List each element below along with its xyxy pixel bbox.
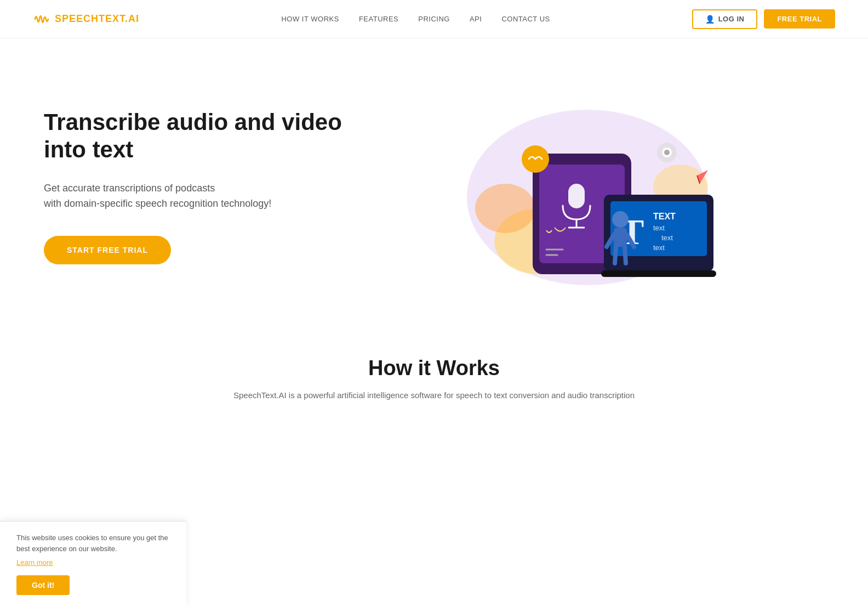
hero-title: Transcribe audio and video into text [44,109,351,164]
login-button[interactable]: 👤 LOG IN [692,9,757,29]
svg-point-23 [664,150,670,155]
svg-point-4 [475,184,535,233]
how-it-works-title: How it Works [44,356,824,380]
hero-subtitle: Get accurate transcriptions of podcasts … [44,180,351,212]
navbar: SPEECHTEXT.AI HOW IT WORKS FEATURES PRIC… [0,0,868,38]
logo-waves-icon [33,12,50,27]
logo[interactable]: SPEECHTEXT.AI [33,12,139,27]
nav-contact-us[interactable]: CONTACT US [501,15,550,23]
hero-left: Transcribe audio and video into text Get… [44,109,351,264]
svg-rect-19 [601,270,716,277]
svg-line-28 [615,247,616,263]
svg-point-24 [612,211,629,228]
hero-illustration-icon: T TEXT text text text [450,88,724,285]
nav-how-it-works[interactable]: HOW IT WORKS [281,15,339,23]
nav-api[interactable]: API [470,15,482,23]
svg-text:text: text [653,224,665,232]
hero-section: Transcribe audio and video into text Get… [0,38,868,324]
how-it-works-section: How it Works SpeechText.AI is a powerful… [0,324,868,413]
free-trial-button[interactable]: FREE TRIAL [764,9,835,29]
logo-text: SPEECHTEXT.AI [55,13,139,25]
svg-text:text: text [661,234,673,242]
hero-illustration-area: T TEXT text text text [351,82,824,291]
nav-links: HOW IT WORKS FEATURES PRICING API CONTAC… [281,15,550,23]
nav-features[interactable]: FEATURES [359,15,398,23]
user-icon: 👤 [705,15,715,24]
svg-rect-7 [568,184,585,208]
svg-text:TEXT: TEXT [653,212,676,221]
start-free-trial-button[interactable]: START FREE TRIAL [44,236,171,264]
svg-text:text: text [653,243,665,252]
nav-pricing[interactable]: PRICING [418,15,450,23]
svg-line-29 [625,247,626,263]
svg-rect-25 [614,228,627,247]
how-it-works-subtitle: SpeechText.AI is a powerful artificial i… [215,389,653,402]
nav-buttons: 👤 LOG IN FREE TRIAL [692,9,835,29]
